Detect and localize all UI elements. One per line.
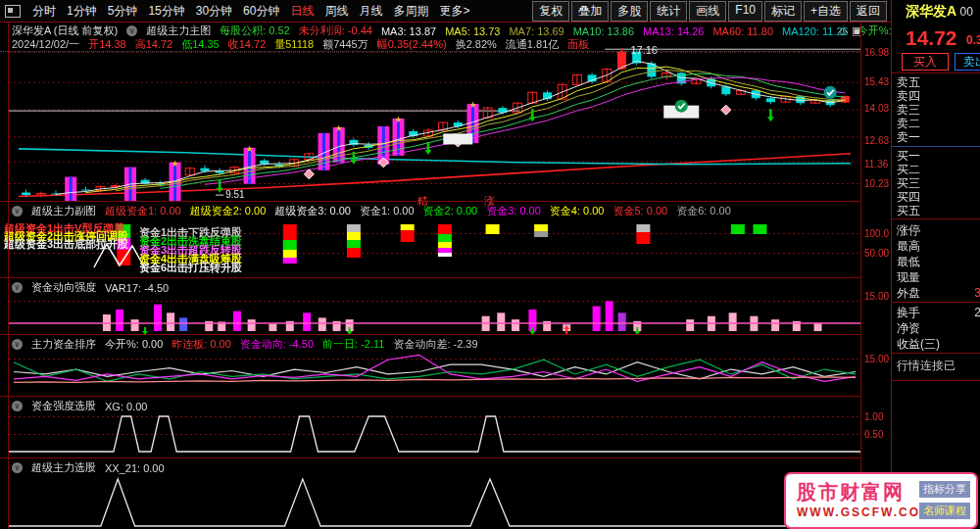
- panel5-toggle-icon[interactable]: ∨: [12, 401, 23, 411]
- btn-zixuan[interactable]: +自选: [804, 1, 848, 22]
- menu-item-multi-period[interactable]: 多周期: [393, 3, 428, 20]
- buy-row-2[interactable]: 买二: [897, 163, 980, 176]
- badge-teacher-course[interactable]: 名师课程: [919, 503, 970, 519]
- quote-sep-1: [891, 72, 980, 73]
- btn-fuquan[interactable]: 复权: [532, 1, 569, 22]
- main-fund-rank-chart[interactable]: [9, 348, 860, 396]
- panel3-name: 资金动向强度: [31, 280, 96, 295]
- btn-tongji[interactable]: 统计: [650, 1, 687, 22]
- menu-item-60min[interactable]: 60分钟: [243, 3, 279, 20]
- stock-name-text: 深华发A: [906, 3, 956, 19]
- stock-title: 深华发A (日线 前复权): [12, 24, 118, 38]
- top-menu-bar: 分时 1分钟 5分钟 15分钟 30分钟 60分钟 日线 周线 月线 多周期 更…: [0, 0, 980, 23]
- dotted-separator: [0, 51, 860, 52]
- huanshou-label: 换手: [897, 306, 920, 319]
- btn-f10[interactable]: F10: [728, 1, 762, 22]
- connection-status: 行情连接已: [897, 358, 956, 374]
- sell-row-3[interactable]: 卖三: [897, 103, 980, 117]
- menu-item-monthly[interactable]: 月线: [359, 3, 382, 20]
- axis-label-main-1: 16.98: [864, 47, 890, 58]
- btn-duogu[interactable]: 多股: [611, 1, 648, 22]
- chart-left-border: [8, 22, 9, 529]
- panel-divider-4: [0, 396, 860, 397]
- menu-item-more[interactable]: 更多>: [439, 3, 469, 20]
- gscfw-logo-url[interactable]: WWW.GSCFW.COM: [797, 505, 932, 519]
- panel2-title-row: ∨ 超级主力副图 超级资金1: 0.00 超级资金2: 0.00 超级资金3: …: [12, 204, 731, 218]
- btn-diejia[interactable]: 叠加: [571, 1, 609, 22]
- info-row-huanshou: 换手2: [897, 306, 980, 319]
- info-row-jingzi: 净资: [897, 321, 980, 335]
- menu-item-15min[interactable]: 15分钟: [148, 3, 184, 20]
- menu-item-daily[interactable]: 日线: [290, 3, 314, 20]
- btn-biaoji[interactable]: 标记: [764, 1, 802, 22]
- field-gongji: 每股公积: 0.52: [220, 24, 290, 38]
- diamond-tool-icon[interactable]: ◇: [839, 24, 847, 37]
- p2-f8: 资金6: 0.00: [676, 204, 731, 218]
- panel-divider-3: [0, 334, 860, 335]
- panel2-toggle-icon[interactable]: ∨: [12, 206, 23, 216]
- menu-item-1min[interactable]: 1分钟: [67, 3, 97, 20]
- btn-huaxian[interactable]: 画线: [689, 1, 726, 22]
- sell-row-1[interactable]: 卖一: [897, 130, 980, 144]
- buy-row-3[interactable]: 买三: [897, 176, 980, 190]
- indicator-toggle-icon[interactable]: ∨: [126, 25, 137, 36]
- panel3-toggle-icon[interactable]: ∨: [12, 282, 23, 293]
- buy4-label: 买四: [897, 190, 920, 204]
- panel5-xg: XG: 0.00: [105, 401, 147, 412]
- gscfw-logo-box: 股市财富网 WWW.GSCFW.COM 指标分享 名师课程: [784, 472, 978, 529]
- menu-item-weekly[interactable]: 周线: [324, 3, 348, 20]
- buy-row-1[interactable]: 买一: [897, 149, 980, 163]
- p2-f1: 超级资金2: 0.00: [190, 204, 267, 218]
- menu-item-5min[interactable]: 5分钟: [108, 3, 138, 20]
- p2-f6: 资金4: 0.00: [550, 204, 605, 218]
- sell-row-5[interactable]: 卖五: [897, 75, 980, 89]
- ohlc-low: 低14.35: [181, 37, 220, 52]
- sell-row-2[interactable]: 卖二: [897, 117, 980, 130]
- axis-label-main-4: 12.63: [864, 135, 890, 146]
- info-row-xianliang: 现量: [897, 270, 980, 284]
- panel6-toggle-icon[interactable]: ∨: [12, 462, 23, 473]
- app-window: 分时 1分钟 5分钟 15分钟 30分钟 60分钟 日线 周线 月线 多周期 更…: [0, 0, 980, 529]
- menu-item-30min[interactable]: 30分钟: [196, 3, 232, 20]
- badge-indicator-share[interactable]: 指标分享: [919, 481, 970, 498]
- zhangting-label: 涨停: [897, 223, 920, 237]
- fund-direction-strength-chart[interactable]: [9, 291, 860, 334]
- quote-price: 14.72: [906, 26, 957, 50]
- axis-label-main-2: 15.43: [864, 76, 890, 87]
- p2-f7: 资金5: 0.00: [612, 204, 667, 218]
- main-chart-title-row: 深华发A (日线 前复权) ∨ 超级主力主图 每股公积: 0.52 未分利润: …: [12, 24, 915, 38]
- sell-row-4[interactable]: 卖四: [897, 89, 980, 103]
- panel6-title-row: ∨ 超级主力选股 XX_21: 0.00: [12, 460, 165, 475]
- quote-sep-4: [891, 353, 980, 354]
- quote-change: 0.3: [966, 33, 980, 47]
- signal-text-3: 超级资金3出击底部拉升股: [4, 237, 128, 252]
- field-ma7: MA7: 13.69: [509, 25, 564, 37]
- zuidi-label: 最低: [897, 255, 920, 268]
- ohlc-amount: 额7445万: [322, 37, 368, 52]
- p4-f0: 今开%: 0.00: [105, 337, 163, 352]
- panel3-title-row: ∨ 资金动向强度 VAR17: -4.50: [12, 280, 169, 295]
- p4-f3: 前一日: -2.11: [322, 337, 384, 352]
- btn-fanhui[interactable]: 返回: [850, 1, 887, 22]
- stock-code-text: 00: [959, 5, 972, 19]
- fund-strength-select-chart[interactable]: [9, 409, 860, 457]
- ohlc-panel-link[interactable]: 面板: [567, 37, 589, 52]
- quote-stock-name: 深华发A 00: [906, 3, 973, 21]
- window-icon[interactable]: [5, 5, 21, 18]
- super-main-select-chart[interactable]: [9, 471, 860, 528]
- sell-button[interactable]: 卖出: [955, 53, 980, 71]
- axis-label-p2-100: 100.0: [864, 228, 890, 239]
- super-main-force-subchart[interactable]: [9, 215, 860, 277]
- buy-row-4[interactable]: 买四: [897, 190, 980, 204]
- buy-button[interactable]: 买入: [902, 53, 949, 71]
- axis-strip-border: [860, 22, 861, 529]
- buy-row-5[interactable]: 买五: [897, 204, 980, 217]
- sell5-label: 卖五: [897, 75, 920, 89]
- ohlc-row: 2024/12/02/一 开14.38 高14.72 低14.35 收14.72…: [12, 37, 589, 52]
- field-ma3: MA3: 13.87: [381, 25, 436, 37]
- panel4-toggle-icon[interactable]: ∨: [12, 339, 23, 350]
- field-ma60: MA60: 11.80: [712, 25, 773, 37]
- menu-item-fenshi[interactable]: 分时: [32, 3, 56, 20]
- ohlc-close: 收14.72: [228, 37, 267, 52]
- quote-sep-5: [891, 380, 980, 381]
